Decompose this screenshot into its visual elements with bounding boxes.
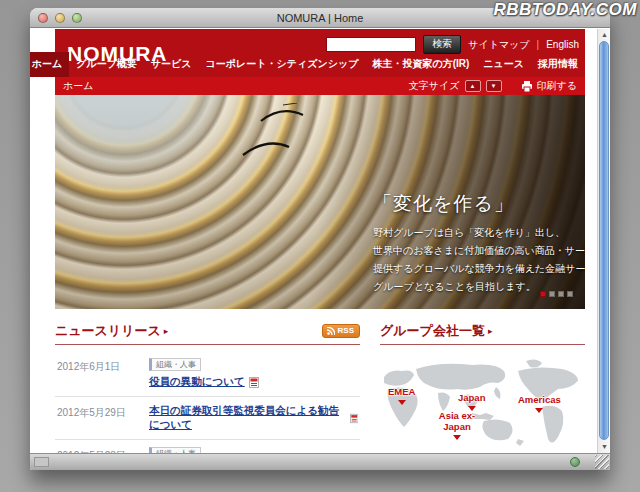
slide-dot-1[interactable] <box>540 291 546 297</box>
site-header: NOMURA 検索 サイトマップ | English ホーム グループ概要 サー… <box>55 29 585 77</box>
print-link[interactable]: 印刷する <box>521 79 577 93</box>
region-label: Japan <box>458 393 485 404</box>
region-label: EMEA <box>388 387 415 398</box>
close-button[interactable] <box>38 13 48 23</box>
news-link[interactable]: 本日の証券取引等監視委員会による勧告について <box>149 404 358 432</box>
hero-slider: 「変化を作る」 野村グループは自ら「変化を作り」出し、 世界中のお客さまに付加価… <box>55 95 585 309</box>
scrollbar-thumb[interactable] <box>599 41 609 440</box>
birds-icon <box>223 103 333 173</box>
browser-viewport: NOMURA 検索 サイトマップ | English ホーム グループ概要 サー… <box>30 29 610 453</box>
search-input[interactable] <box>326 37 416 52</box>
hero-body-line: 野村グループは自ら「変化を作り」出し、 <box>373 224 575 242</box>
slide-dot-4[interactable] <box>567 291 573 297</box>
nav-item-careers[interactable]: 採用情報 <box>531 52 585 77</box>
zoom-button[interactable] <box>72 13 82 23</box>
pdf-icon <box>350 413 358 424</box>
rss-label: RSS <box>338 326 354 335</box>
news-date: 2012年6月1日 <box>57 358 149 374</box>
hero-body-line: 世界中のお客さまに付加価値の高い商品・サービスを <box>373 242 575 260</box>
hero-title: 「変化を作る」 <box>373 191 575 217</box>
status-bar <box>30 453 610 470</box>
breadcrumb-home[interactable]: ホーム <box>63 79 93 93</box>
news-category-badge: 組織・人事 <box>149 358 201 371</box>
map-pin-icon <box>398 400 406 405</box>
watermark: RBBTODAY.COM <box>493 0 637 20</box>
browser-window: NOMURA | Home NOMURA 検索 サイトマップ | English… <box>30 8 610 470</box>
scroll-up-arrow-icon[interactable]: ▲ <box>598 29 610 41</box>
arrow-right-icon: ▸ <box>164 326 169 336</box>
news-row: 2012年6月1日 組織・人事 役員の異動について <box>55 351 360 397</box>
font-size-label: 文字サイズ <box>409 79 460 93</box>
slide-dot-2[interactable] <box>549 291 555 297</box>
news-link-text: 本日の証券取引等監視委員会による勧告について <box>149 404 346 432</box>
font-size-increase-button[interactable]: ▲ <box>465 80 481 92</box>
scroll-down-arrow-icon[interactable]: ▼ <box>598 441 610 453</box>
english-link[interactable]: English <box>546 39 579 50</box>
nav-item-home[interactable]: ホーム <box>30 52 69 77</box>
hero-body-line: 提供するグローバルな競争力を備えた金融サービス <box>373 260 575 278</box>
news-section: ニュースリリース ▸ RSS 201 <box>55 322 360 453</box>
slide-pagination <box>540 291 573 297</box>
nav-item-news[interactable]: ニュース <box>476 52 531 77</box>
world-map: EMEA Japan Asia ex-Japan Americas <box>380 355 585 452</box>
news-link[interactable]: 役員の異動について <box>149 375 259 389</box>
status-box <box>34 457 49 467</box>
group-companies-heading[interactable]: グループ会社一覧 <box>380 322 485 340</box>
nav-item-services[interactable]: サービス <box>144 52 199 77</box>
resize-grip[interactable] <box>595 455 609 469</box>
news-row: 2012年5月29日 本日の証券取引等監視委員会による勧告について <box>55 397 360 440</box>
news-row: 2012年5月28日 組織・人事 社員の異動について <box>55 440 360 453</box>
map-pin-icon <box>453 435 461 440</box>
printer-icon <box>521 81 533 92</box>
print-label: 印刷する <box>537 79 577 93</box>
vertical-scrollbar[interactable]: ▲ ▼ <box>597 29 610 453</box>
news-link-text: 役員の異動について <box>149 375 245 389</box>
region-link-japan[interactable]: Japan <box>458 393 485 411</box>
region-link-asia-ex-japan[interactable]: Asia ex-Japan <box>428 411 486 440</box>
main-nav: ホーム グループ概要 サービス コーポレート・シティズンシップ 株主・投資家の方… <box>30 52 585 77</box>
slide-dot-3[interactable] <box>558 291 564 297</box>
map-pin-icon <box>535 408 543 413</box>
pdf-icon <box>249 377 259 388</box>
sitemap-link[interactable]: サイトマップ <box>468 38 529 52</box>
status-indicator-icon <box>570 457 580 467</box>
minimize-button[interactable] <box>55 13 65 23</box>
rss-button[interactable]: RSS <box>322 324 360 338</box>
nav-item-group-overview[interactable]: グループ概要 <box>69 52 144 77</box>
news-date: 2012年5月29日 <box>57 404 149 420</box>
region-link-emea[interactable]: EMEA <box>388 387 415 405</box>
region-link-americas[interactable]: Americas <box>518 395 561 413</box>
group-companies-section: グループ会社一覧 ▸ <box>380 322 585 453</box>
utility-separator: | <box>537 39 540 50</box>
font-size-decrease-button[interactable]: ▼ <box>486 80 502 92</box>
region-label: Americas <box>518 395 561 406</box>
news-heading[interactable]: ニュースリリース <box>55 322 161 340</box>
hero-copy: 「変化を作る」 野村グループは自ら「変化を作り」出し、 世界中のお客さまに付加価… <box>373 191 575 296</box>
region-label: Asia ex-Japan <box>428 411 486 433</box>
arrow-right-icon: ▸ <box>488 326 493 336</box>
nav-item-investor-relations[interactable]: 株主・投資家の方(IR) <box>365 52 476 77</box>
rss-feed-icon <box>327 327 335 335</box>
nav-item-citizenship[interactable]: コーポレート・シティズンシップ <box>199 52 366 77</box>
breadcrumb-bar: ホーム 文字サイズ ▲ ▼ 印刷する <box>55 77 585 95</box>
